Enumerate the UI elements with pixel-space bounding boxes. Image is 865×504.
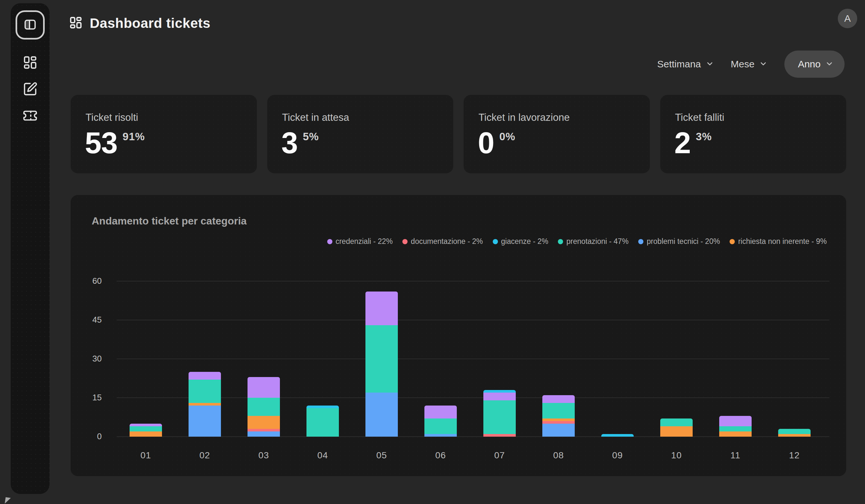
y-axis-tick: 60 [71,276,102,286]
stat-value: 0 [478,127,494,159]
bar-segment-prenotazioni[interactable] [483,400,516,434]
stat-label: Ticket risolti [85,112,138,124]
ticket-icon [23,108,37,124]
bar-segment-credenziali[interactable] [247,377,280,398]
bar-segment-richiesta-non-inerente[interactable] [719,432,752,437]
stat-card-lavorazione: Ticket in lavorazione 0 0% [464,95,650,173]
y-axis-tick: 15 [71,392,102,403]
bar-segment-giacenze[interactable] [307,406,339,408]
bar-segment-prenotazioni[interactable] [719,426,752,432]
bar-segment-prenotazioni[interactable] [660,419,693,426]
bar-segment-richiesta-non-inerente[interactable] [247,416,280,429]
sidebar-item-dashboard[interactable] [20,53,40,72]
stat-label: Ticket in lavorazione [478,112,569,124]
bar-segment-problemi-tecnici[interactable] [542,424,575,437]
gridline [117,359,829,359]
filter-mese-button[interactable]: Mese [731,58,768,70]
filter-label: Settimana [657,59,701,70]
filter-settimana-button[interactable]: Settimana [657,58,714,70]
bar-segment-prenotazioni[interactable] [188,379,221,403]
bar-segment-credenziali[interactable] [366,292,398,325]
bar-segment-problemi-tecnici[interactable] [188,406,221,437]
bar-segment-documentazione[interactable] [483,434,516,437]
y-axis-tick: 30 [71,354,102,364]
dashboard-page: Dashboard tickets A Settimana Mese Anno … [0,0,865,504]
sidebar-item-tickets[interactable] [20,106,40,126]
filter-anno-button[interactable]: Anno [784,50,845,78]
x-axis-tick: 04 [300,450,345,460]
x-axis-tick: 02 [182,450,228,460]
x-axis-tick: 03 [241,450,286,460]
x-axis-tick: 11 [713,450,758,460]
header: Dashboard tickets [69,15,210,31]
avatar[interactable]: A [838,9,857,28]
gridline [117,281,829,281]
y-axis-tick: 0 [71,432,102,442]
square-pen-icon [23,82,37,97]
bar-segment-prenotazioni[interactable] [424,419,457,434]
period-filters: Settimana Mese Anno [657,50,845,78]
chevron-down-icon [825,58,833,70]
stat-percent: 5% [303,130,319,143]
filter-label: Anno [798,59,821,70]
bar-segment-prenotazioni[interactable] [247,398,280,416]
x-axis-tick: 05 [359,450,404,460]
panel-left-icon [23,17,37,33]
filter-label: Mese [731,59,754,70]
bar-segment-credenziali[interactable] [719,416,752,426]
bar-segment-credenziali[interactable] [542,395,575,403]
bar-segment-richiesta-non-inerente[interactable] [660,426,693,437]
y-axis-tick: 45 [71,315,102,325]
x-axis-tick: 06 [418,450,463,460]
stat-value: 3 [281,127,298,159]
stat-percent: 3% [696,130,712,143]
bar-segment-credenziali[interactable] [483,392,516,400]
dashboard-icon [69,16,83,31]
stat-card-risolti: Ticket risolti 53 91% [71,95,257,173]
bar-segment-problemi-tecnici[interactable] [366,392,398,437]
bar-segment-credenziali[interactable] [188,372,221,379]
bar-segment-credenziali[interactable] [130,424,162,426]
x-axis-tick: 01 [123,450,169,460]
bar-segment-documentazione[interactable] [247,429,280,432]
bar-segment-prenotazioni[interactable] [307,408,339,437]
bar-segment-giacenze[interactable] [601,434,634,437]
chevron-down-icon [706,58,714,70]
layout-dashboard-icon [23,55,37,71]
stat-card-falliti: Ticket falliti 2 3% [660,95,846,173]
bar-segment-giacenze[interactable] [483,390,516,392]
bar-segment-problemi-tecnici[interactable] [424,434,457,437]
bar-segment-credenziali[interactable] [424,406,457,419]
stat-percent: 91% [123,130,145,143]
sidebar-item-compose[interactable] [20,80,40,99]
stats-row: Ticket risolti 53 91% Ticket in attesa 3… [71,95,846,173]
x-axis-tick: 09 [595,450,640,460]
gridline [117,320,829,320]
bar-segment-prenotazioni[interactable] [778,429,810,434]
chart-plot: 015304560010203040506070809101112 [71,195,846,476]
bar-segment-richiesta-non-inerente[interactable] [130,432,162,437]
stat-card-attesa: Ticket in attesa 3 5% [267,95,453,173]
x-axis-tick: 07 [477,450,522,460]
page-title: Dashboard tickets [90,15,210,31]
chevron-down-icon [759,58,768,70]
bar-segment-richiesta-non-inerente[interactable] [542,419,575,421]
bar-segment-problemi-tecnici[interactable] [247,432,280,437]
stat-label: Ticket in attesa [282,112,349,124]
bar-segment-documentazione[interactable] [542,421,575,424]
bar-segment-prenotazioni[interactable] [130,426,162,432]
sidebar-toggle-button[interactable] [15,10,45,39]
gridline [117,397,829,398]
x-axis-tick: 10 [654,450,699,460]
sidebar [11,3,49,494]
stat-value: 2 [674,127,691,159]
cursor-artifact [5,497,11,504]
bar-segment-prenotazioni[interactable] [542,403,575,419]
x-axis-tick: 08 [536,450,581,460]
stat-percent: 0% [499,130,516,143]
bar-segment-richiesta-non-inerente[interactable] [778,434,810,437]
x-axis-tick: 12 [772,450,817,460]
bar-segment-prenotazioni[interactable] [366,325,398,392]
bar-segment-richiesta-non-inerente[interactable] [188,403,221,406]
chart-card: Andamento ticket per categoria credenzia… [71,195,846,476]
